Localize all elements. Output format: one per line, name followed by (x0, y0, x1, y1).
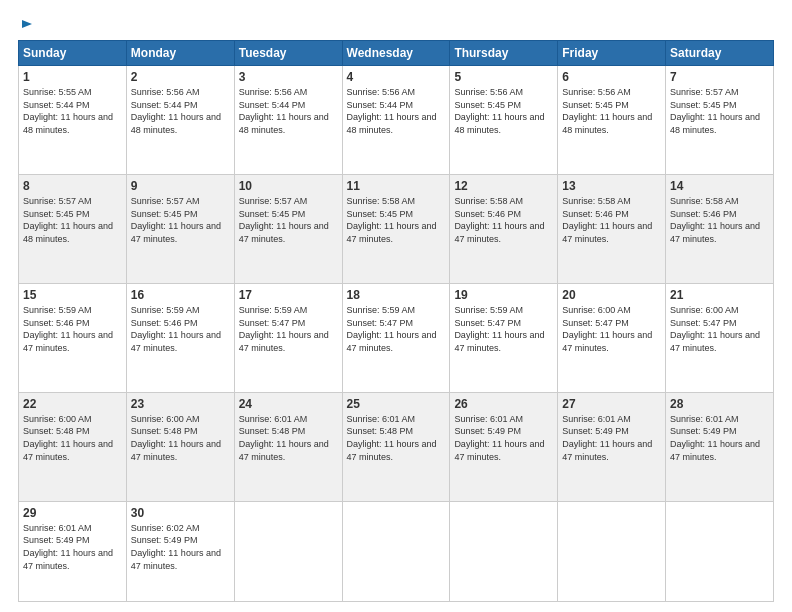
calendar-cell: 14 Sunrise: 5:58 AM Sunset: 5:46 PM Dayl… (666, 174, 774, 283)
sunrise-label: Sunrise: 6:01 AM (562, 414, 631, 424)
calendar-week-row: 29 Sunrise: 6:01 AM Sunset: 5:49 PM Dayl… (19, 501, 774, 601)
daylight-label: Daylight: 11 hours and 48 minutes. (347, 112, 437, 135)
sunset-label: Sunset: 5:49 PM (23, 535, 90, 545)
sunset-label: Sunset: 5:46 PM (23, 318, 90, 328)
cell-info: Sunrise: 5:56 AM Sunset: 5:44 PM Dayligh… (131, 86, 230, 136)
calendar-day-header: Monday (126, 41, 234, 66)
daylight-label: Daylight: 11 hours and 47 minutes. (347, 221, 437, 244)
cell-info: Sunrise: 6:00 AM Sunset: 5:47 PM Dayligh… (670, 304, 769, 354)
sunrise-label: Sunrise: 5:59 AM (131, 305, 200, 315)
sunset-label: Sunset: 5:44 PM (239, 100, 306, 110)
calendar-cell: 30 Sunrise: 6:02 AM Sunset: 5:49 PM Dayl… (126, 501, 234, 601)
cell-info: Sunrise: 5:59 AM Sunset: 5:47 PM Dayligh… (239, 304, 338, 354)
calendar-cell: 9 Sunrise: 5:57 AM Sunset: 5:45 PM Dayli… (126, 174, 234, 283)
daylight-label: Daylight: 11 hours and 47 minutes. (23, 439, 113, 462)
calendar-cell: 27 Sunrise: 6:01 AM Sunset: 5:49 PM Dayl… (558, 392, 666, 501)
daylight-label: Daylight: 11 hours and 47 minutes. (239, 221, 329, 244)
daylight-label: Daylight: 11 hours and 48 minutes. (454, 112, 544, 135)
sunset-label: Sunset: 5:45 PM (347, 209, 414, 219)
calendar-cell: 16 Sunrise: 5:59 AM Sunset: 5:46 PM Dayl… (126, 283, 234, 392)
cell-info: Sunrise: 5:59 AM Sunset: 5:47 PM Dayligh… (454, 304, 553, 354)
day-number: 4 (347, 70, 446, 84)
daylight-label: Daylight: 11 hours and 47 minutes. (562, 221, 652, 244)
calendar-day-header: Friday (558, 41, 666, 66)
day-number: 22 (23, 397, 122, 411)
calendar-cell: 7 Sunrise: 5:57 AM Sunset: 5:45 PM Dayli… (666, 66, 774, 175)
calendar-cell: 28 Sunrise: 6:01 AM Sunset: 5:49 PM Dayl… (666, 392, 774, 501)
calendar-cell: 12 Sunrise: 5:58 AM Sunset: 5:46 PM Dayl… (450, 174, 558, 283)
sunset-label: Sunset: 5:46 PM (562, 209, 629, 219)
logo (18, 18, 34, 30)
cell-info: Sunrise: 5:58 AM Sunset: 5:45 PM Dayligh… (347, 195, 446, 245)
day-number: 23 (131, 397, 230, 411)
calendar-cell: 17 Sunrise: 5:59 AM Sunset: 5:47 PM Dayl… (234, 283, 342, 392)
sunrise-label: Sunrise: 6:00 AM (562, 305, 631, 315)
daylight-label: Daylight: 11 hours and 47 minutes. (131, 330, 221, 353)
cell-info: Sunrise: 6:00 AM Sunset: 5:47 PM Dayligh… (562, 304, 661, 354)
sunrise-label: Sunrise: 5:58 AM (347, 196, 416, 206)
day-number: 8 (23, 179, 122, 193)
sunset-label: Sunset: 5:46 PM (131, 318, 198, 328)
cell-info: Sunrise: 5:57 AM Sunset: 5:45 PM Dayligh… (670, 86, 769, 136)
daylight-label: Daylight: 11 hours and 47 minutes. (239, 439, 329, 462)
cell-info: Sunrise: 6:01 AM Sunset: 5:49 PM Dayligh… (670, 413, 769, 463)
calendar-cell: 23 Sunrise: 6:00 AM Sunset: 5:48 PM Dayl… (126, 392, 234, 501)
sunrise-label: Sunrise: 6:00 AM (670, 305, 739, 315)
svg-marker-0 (22, 20, 32, 28)
day-number: 17 (239, 288, 338, 302)
calendar-cell: 5 Sunrise: 5:56 AM Sunset: 5:45 PM Dayli… (450, 66, 558, 175)
sunset-label: Sunset: 5:47 PM (347, 318, 414, 328)
sunrise-label: Sunrise: 5:56 AM (347, 87, 416, 97)
calendar-day-header: Thursday (450, 41, 558, 66)
daylight-label: Daylight: 11 hours and 47 minutes. (131, 221, 221, 244)
calendar-week-row: 15 Sunrise: 5:59 AM Sunset: 5:46 PM Dayl… (19, 283, 774, 392)
sunrise-label: Sunrise: 6:01 AM (347, 414, 416, 424)
daylight-label: Daylight: 11 hours and 48 minutes. (670, 112, 760, 135)
calendar-cell (558, 501, 666, 601)
sunset-label: Sunset: 5:49 PM (562, 426, 629, 436)
day-number: 13 (562, 179, 661, 193)
cell-info: Sunrise: 6:01 AM Sunset: 5:48 PM Dayligh… (239, 413, 338, 463)
calendar-cell: 8 Sunrise: 5:57 AM Sunset: 5:45 PM Dayli… (19, 174, 127, 283)
cell-info: Sunrise: 6:01 AM Sunset: 5:49 PM Dayligh… (454, 413, 553, 463)
sunset-label: Sunset: 5:46 PM (670, 209, 737, 219)
sunset-label: Sunset: 5:48 PM (239, 426, 306, 436)
calendar-day-header: Sunday (19, 41, 127, 66)
cell-info: Sunrise: 5:57 AM Sunset: 5:45 PM Dayligh… (131, 195, 230, 245)
cell-info: Sunrise: 5:56 AM Sunset: 5:45 PM Dayligh… (454, 86, 553, 136)
daylight-label: Daylight: 11 hours and 47 minutes. (239, 330, 329, 353)
calendar-cell: 3 Sunrise: 5:56 AM Sunset: 5:44 PM Dayli… (234, 66, 342, 175)
day-number: 25 (347, 397, 446, 411)
cell-info: Sunrise: 6:00 AM Sunset: 5:48 PM Dayligh… (23, 413, 122, 463)
day-number: 18 (347, 288, 446, 302)
daylight-label: Daylight: 11 hours and 47 minutes. (131, 439, 221, 462)
calendar-cell: 10 Sunrise: 5:57 AM Sunset: 5:45 PM Dayl… (234, 174, 342, 283)
daylight-label: Daylight: 11 hours and 48 minutes. (23, 221, 113, 244)
sunrise-label: Sunrise: 5:56 AM (454, 87, 523, 97)
sunrise-label: Sunrise: 6:02 AM (131, 523, 200, 533)
sunset-label: Sunset: 5:46 PM (454, 209, 521, 219)
daylight-label: Daylight: 11 hours and 47 minutes. (670, 330, 760, 353)
daylight-label: Daylight: 11 hours and 48 minutes. (23, 112, 113, 135)
daylight-label: Daylight: 11 hours and 47 minutes. (562, 439, 652, 462)
day-number: 1 (23, 70, 122, 84)
sunrise-label: Sunrise: 6:00 AM (131, 414, 200, 424)
daylight-label: Daylight: 11 hours and 47 minutes. (454, 221, 544, 244)
day-number: 20 (562, 288, 661, 302)
sunrise-label: Sunrise: 5:56 AM (131, 87, 200, 97)
calendar-cell: 15 Sunrise: 5:59 AM Sunset: 5:46 PM Dayl… (19, 283, 127, 392)
daylight-label: Daylight: 11 hours and 47 minutes. (131, 548, 221, 571)
sunset-label: Sunset: 5:45 PM (23, 209, 90, 219)
day-number: 12 (454, 179, 553, 193)
daylight-label: Daylight: 11 hours and 47 minutes. (347, 330, 437, 353)
daylight-label: Daylight: 11 hours and 47 minutes. (347, 439, 437, 462)
sunset-label: Sunset: 5:45 PM (670, 100, 737, 110)
daylight-label: Daylight: 11 hours and 47 minutes. (562, 330, 652, 353)
cell-info: Sunrise: 5:58 AM Sunset: 5:46 PM Dayligh… (670, 195, 769, 245)
calendar-day-header: Saturday (666, 41, 774, 66)
daylight-label: Daylight: 11 hours and 47 minutes. (454, 330, 544, 353)
calendar-cell: 13 Sunrise: 5:58 AM Sunset: 5:46 PM Dayl… (558, 174, 666, 283)
day-number: 21 (670, 288, 769, 302)
sunrise-label: Sunrise: 5:59 AM (239, 305, 308, 315)
calendar-cell: 2 Sunrise: 5:56 AM Sunset: 5:44 PM Dayli… (126, 66, 234, 175)
